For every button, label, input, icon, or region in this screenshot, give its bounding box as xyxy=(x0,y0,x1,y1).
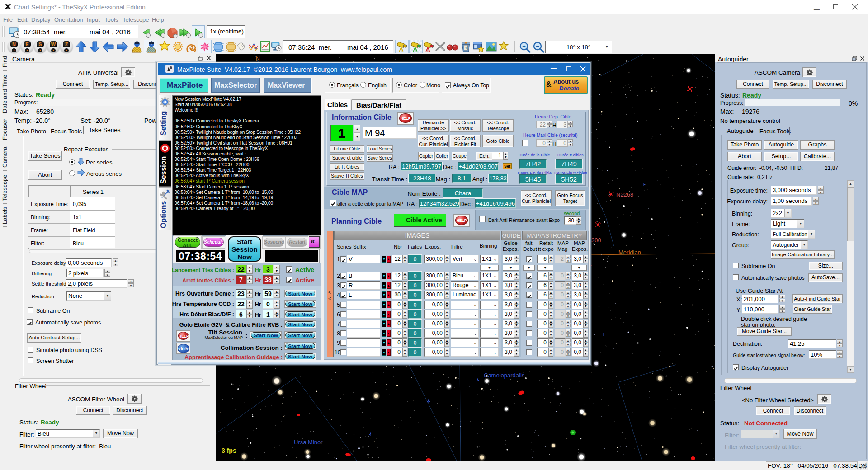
svg-text:z: z xyxy=(136,43,138,46)
svg-text:z: z xyxy=(151,43,152,46)
svg-text:−: − xyxy=(536,43,539,50)
svg-text:+: + xyxy=(522,43,526,50)
svg-text:1: 1 xyxy=(465,46,467,50)
